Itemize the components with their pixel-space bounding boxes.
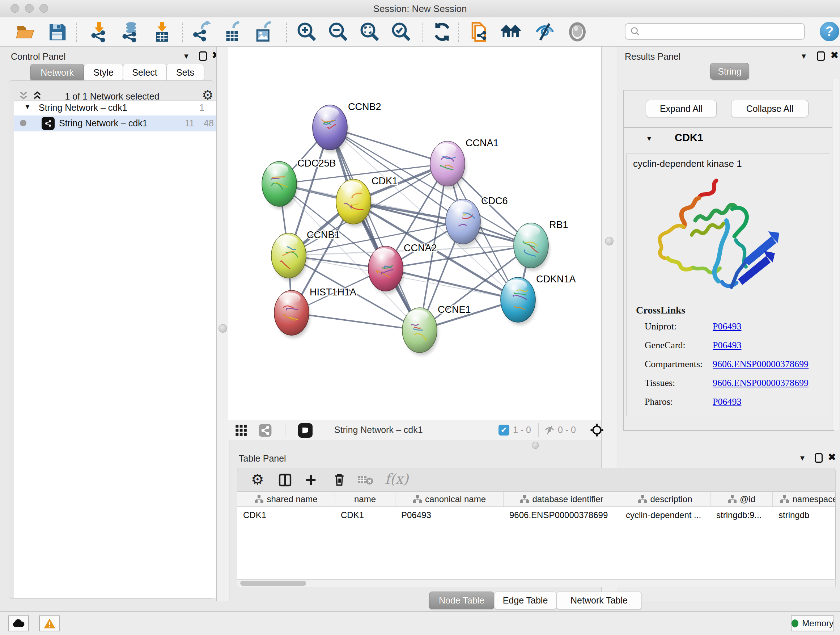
tab-node-table[interactable]: Node Table: [429, 592, 494, 609]
node-CDC6[interactable]: CDC6: [446, 195, 508, 247]
tab-network[interactable]: Network: [30, 64, 84, 81]
cloud-button[interactable]: [8, 616, 29, 631]
tab-style[interactable]: Style: [84, 64, 123, 81]
export-image-icon[interactable]: [253, 21, 274, 43]
clear-table-icon[interactable]: [357, 475, 373, 486]
collapse-all-networks-icon[interactable]: [18, 90, 29, 101]
node-CDK1[interactable]: CDK1: [336, 176, 398, 227]
table-cell[interactable]: stringdb: [773, 508, 836, 523]
column-header-description[interactable]: description: [620, 492, 711, 507]
bottom-splitter-handle[interactable]: [532, 442, 539, 449]
help-icon[interactable]: ?: [820, 22, 839, 41]
column-header-shared-name[interactable]: shared name: [237, 492, 335, 507]
table-cell[interactable]: 9606.ENSP00000378699: [504, 508, 620, 523]
tab-select[interactable]: Select: [123, 64, 166, 81]
network-view[interactable]: CCNB2CCNA1CDC25BCDK1CDC6RB1CCNB1CCNA2CDK…: [228, 47, 601, 420]
network-collection-row[interactable]: ▼ String Network – cdk1 1: [14, 101, 217, 115]
column-header-name[interactable]: name: [335, 492, 395, 507]
table-cell[interactable]: cyclin-dependent ...: [620, 508, 711, 523]
string-document-icon[interactable]: [469, 21, 491, 43]
node-CDC25B[interactable]: CDC25B: [262, 158, 336, 209]
open-session-icon[interactable]: [15, 21, 37, 43]
left-splitter[interactable]: [216, 47, 229, 601]
crosslink-link[interactable]: P06493: [713, 340, 741, 351]
houses-icon[interactable]: [500, 21, 522, 43]
expand-all-button[interactable]: Expand All: [646, 100, 717, 117]
node-CCNB2[interactable]: CCNB2: [313, 101, 381, 153]
eye-slash-icon[interactable]: [534, 21, 556, 43]
grid-view-icon[interactable]: [235, 424, 248, 437]
column-header-namespace[interactable]: namespace: [773, 492, 836, 507]
tab-network-table[interactable]: Network Table: [556, 592, 642, 609]
control-panel-float-icon[interactable]: [199, 51, 207, 61]
node-table[interactable]: shared namenamecanonical namedatabase id…: [237, 492, 836, 579]
zoom-selected-icon[interactable]: [390, 21, 412, 43]
network-row-selected[interactable]: String Network – cdk1 11 48: [14, 116, 217, 131]
split-columns-icon[interactable]: [278, 473, 292, 487]
expand-all-networks-icon[interactable]: [32, 90, 43, 101]
table-panel-close-icon[interactable]: ✖: [828, 453, 836, 462]
table-panel-float-icon[interactable]: [815, 453, 823, 463]
edge-HIST1H1A-CCNE1[interactable]: [292, 313, 420, 330]
sphere-icon[interactable]: [567, 21, 588, 43]
fit-selected-crosshair-icon[interactable]: [590, 423, 604, 437]
table-cell[interactable]: CDK1: [335, 508, 395, 523]
import-table-icon[interactable]: [151, 21, 173, 43]
table-settings-icon[interactable]: ⚙: [251, 471, 264, 488]
add-column-icon[interactable]: +: [305, 469, 316, 491]
hidden-eye-icon[interactable]: [543, 424, 556, 435]
save-session-icon[interactable]: [46, 21, 68, 43]
import-network-database-icon[interactable]: [119, 21, 141, 43]
birds-eye-view-icon[interactable]: [298, 423, 313, 438]
zoom-fit-icon[interactable]: [359, 21, 381, 43]
right-splitter-handle[interactable]: [605, 237, 614, 245]
crosslink-link[interactable]: P06493: [713, 396, 741, 407]
node-RB1[interactable]: RB1: [514, 219, 568, 271]
node-CDKN1A[interactable]: CDKN1A: [501, 274, 576, 325]
delete-icon[interactable]: [332, 472, 347, 487]
search-input[interactable]: [625, 23, 805, 40]
table-cell[interactable]: P06493: [395, 508, 504, 523]
export-table-icon[interactable]: [222, 21, 243, 43]
import-network-file-icon[interactable]: [88, 21, 110, 43]
left-splitter-handle[interactable]: [218, 324, 227, 333]
results-panel-menu-caret-icon[interactable]: ▼: [800, 52, 807, 60]
column-header-canonical-name[interactable]: canonical name: [395, 492, 504, 507]
table-cell[interactable]: stringdb:9...: [711, 508, 773, 523]
gene-section-caret-icon[interactable]: ▼: [646, 135, 653, 143]
table-panel-menu-caret-icon[interactable]: ▼: [799, 454, 806, 462]
tab-string[interactable]: String: [710, 63, 749, 80]
refresh-icon[interactable]: [431, 21, 453, 43]
node-CCNA1[interactable]: CCNA1: [430, 138, 499, 189]
node-CCNE1[interactable]: CCNE1: [402, 304, 471, 356]
tab-sets[interactable]: Sets: [166, 64, 204, 81]
control-panel-menu-caret-icon[interactable]: ▼: [183, 52, 190, 60]
results-scrollbar[interactable]: [832, 79, 839, 430]
crosslink-link[interactable]: 9606.ENSP00000378699: [713, 378, 808, 388]
crosslink-link[interactable]: P06493: [713, 321, 741, 332]
warning-button[interactable]: [39, 616, 60, 631]
tab-edge-table[interactable]: Edge Table: [494, 592, 556, 609]
collapse-all-button[interactable]: Collapse All: [731, 100, 808, 117]
edge-CDK1-RB1[interactable]: [354, 202, 531, 245]
memory-button[interactable]: Memory: [791, 616, 834, 631]
zoom-out-icon[interactable]: [327, 21, 349, 43]
crosslink-link[interactable]: 9606.ENSP00000378699: [713, 359, 808, 370]
table-cell[interactable]: CDK1: [237, 508, 335, 523]
network-graph[interactable]: CCNB2CCNA1CDC25BCDK1CDC6RB1CCNB1CCNA2CDK…: [228, 47, 601, 420]
selected-checkbox-icon[interactable]: ✔: [499, 424, 509, 435]
export-network-icon[interactable]: [191, 21, 213, 43]
column-header-database-identifier[interactable]: database identifier: [504, 492, 620, 507]
zoom-in-icon[interactable]: [296, 21, 317, 43]
node-CCNB1[interactable]: CCNB1: [271, 230, 340, 281]
column-header-@id[interactable]: @id: [711, 492, 773, 507]
edge-CCNB2-CCNE1[interactable]: [330, 127, 420, 330]
edge-CCNA2-CDKN1A[interactable]: [386, 269, 518, 300]
function-builder-icon[interactable]: f(x): [385, 471, 409, 487]
table-horizontal-scrollbar[interactable]: [237, 579, 836, 587]
table-scrollbar-thumb[interactable]: [240, 581, 306, 586]
collection-caret-icon[interactable]: ▼: [24, 103, 31, 111]
network-view-type-icon[interactable]: [258, 424, 272, 437]
results-panel-float-icon[interactable]: [817, 51, 825, 61]
results-panel-close-icon[interactable]: ✖: [830, 51, 838, 60]
